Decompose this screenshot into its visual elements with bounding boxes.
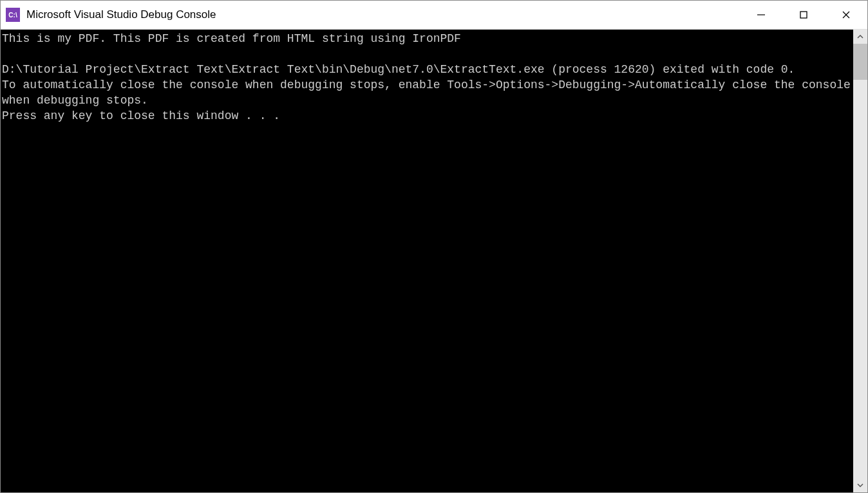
window-title: Microsoft Visual Studio Debug Console xyxy=(26,8,740,21)
titlebar[interactable]: C:\ Microsoft Visual Studio Debug Consol… xyxy=(1,1,867,30)
scroll-down-button[interactable] xyxy=(853,478,867,492)
console-line: To automatically close the console when … xyxy=(2,77,853,108)
console-line: D:\Tutorial Project\Extract Text\Extract… xyxy=(2,62,853,77)
console-wrap: This is my PDF. This PDF is created from… xyxy=(1,30,867,492)
minimize-button[interactable] xyxy=(740,1,782,29)
window-controls xyxy=(740,1,867,29)
close-button[interactable] xyxy=(825,1,867,29)
console-line: This is my PDF. This PDF is created from… xyxy=(2,31,853,46)
chevron-down-icon xyxy=(857,482,863,488)
minimize-icon xyxy=(757,10,766,19)
close-icon xyxy=(842,10,851,19)
svg-rect-1 xyxy=(800,12,807,18)
maximize-button[interactable] xyxy=(782,1,825,29)
app-icon: C:\ xyxy=(6,8,20,22)
scroll-up-button[interactable] xyxy=(853,30,867,44)
console-line: Press any key to close this window . . . xyxy=(2,108,853,124)
chevron-up-icon xyxy=(857,33,863,40)
maximize-icon xyxy=(799,10,808,19)
console-output[interactable]: This is my PDF. This PDF is created from… xyxy=(1,30,853,492)
scroll-thumb[interactable] xyxy=(853,44,867,80)
console-line xyxy=(2,46,853,62)
vertical-scrollbar[interactable] xyxy=(853,30,867,492)
scroll-track[interactable] xyxy=(853,44,867,478)
